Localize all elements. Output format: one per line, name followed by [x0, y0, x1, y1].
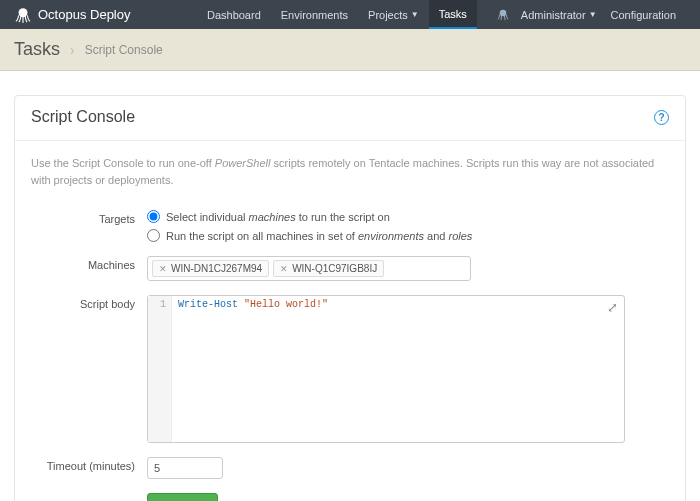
- breadcrumb-sep-icon: ›: [70, 42, 75, 58]
- editor-body[interactable]: Write-Host "Hello world!": [172, 296, 624, 442]
- target-option-envs-roles[interactable]: Run the script on all machines in set of…: [147, 229, 472, 242]
- chevron-down-icon: ▼: [411, 10, 419, 19]
- script-editor[interactable]: 1 Write-Host "Hello world!" ⤢: [147, 295, 625, 443]
- remove-tag-icon[interactable]: ✕: [159, 264, 167, 274]
- nav-projects[interactable]: Projects▼: [358, 0, 429, 29]
- fullscreen-icon[interactable]: ⤢: [607, 300, 618, 316]
- machines-input[interactable]: ✕WIN-DN1CJ267M94 ✕WIN-Q1C97IGB8IJ: [147, 256, 471, 281]
- nav-tasks-label: Tasks: [439, 8, 467, 20]
- nav-administrator[interactable]: Administrator▼: [517, 9, 601, 21]
- nav-configuration-label: Configuration: [611, 9, 676, 21]
- targets-label: Targets: [31, 210, 147, 225]
- machine-tag: ✕WIN-Q1C97IGB8IJ: [273, 260, 384, 277]
- timeout-label: Timeout (minutes): [31, 457, 147, 472]
- user-octopus-icon: [495, 7, 511, 23]
- breadcrumb-title[interactable]: Tasks: [14, 39, 60, 60]
- octopus-logo-icon: [14, 6, 32, 24]
- nav-configuration[interactable]: Configuration: [601, 0, 686, 29]
- nav-environments-label: Environments: [281, 9, 348, 21]
- breadcrumb: Tasks › Script Console: [0, 29, 700, 71]
- intro-prefix: Use the Script Console to run one-off: [31, 157, 215, 169]
- svg-point-1: [500, 9, 507, 16]
- run-now-button[interactable]: Run now: [147, 493, 218, 501]
- machine-tag-label: WIN-Q1C97IGB8IJ: [292, 263, 377, 274]
- card-title: Script Console: [31, 108, 654, 126]
- brand: Octopus Deploy: [14, 6, 131, 24]
- timeout-input[interactable]: [147, 457, 223, 479]
- target-option-machines[interactable]: Select individual machines to run the sc…: [147, 210, 472, 223]
- machine-tag: ✕WIN-DN1CJ267M94: [152, 260, 269, 277]
- nav-dashboard-label: Dashboard: [207, 9, 261, 21]
- nav-projects-label: Projects: [368, 9, 408, 21]
- brand-label: Octopus Deploy: [38, 7, 131, 22]
- nav-environments[interactable]: Environments: [271, 0, 358, 29]
- nav-administrator-label: Administrator: [521, 9, 586, 21]
- intro-em: PowerShell: [215, 157, 271, 169]
- script-console-card: Script Console ? Use the Script Console …: [14, 95, 686, 501]
- help-icon[interactable]: ?: [654, 110, 669, 125]
- editor-gutter: 1: [148, 296, 172, 442]
- svg-point-0: [19, 8, 28, 17]
- nav-tasks[interactable]: Tasks: [429, 0, 477, 29]
- intro-text: Use the Script Console to run one-off Po…: [31, 155, 669, 188]
- target-radio-machines[interactable]: [147, 210, 160, 223]
- remove-tag-icon[interactable]: ✕: [280, 264, 288, 274]
- breadcrumb-sub: Script Console: [85, 43, 163, 57]
- nav-dashboard[interactable]: Dashboard: [197, 0, 271, 29]
- machine-tag-label: WIN-DN1CJ267M94: [171, 263, 262, 274]
- machines-label: Machines: [31, 256, 147, 271]
- chevron-down-icon: ▼: [589, 10, 597, 19]
- script-body-label: Script body: [31, 295, 147, 310]
- target-radio-envs-roles[interactable]: [147, 229, 160, 242]
